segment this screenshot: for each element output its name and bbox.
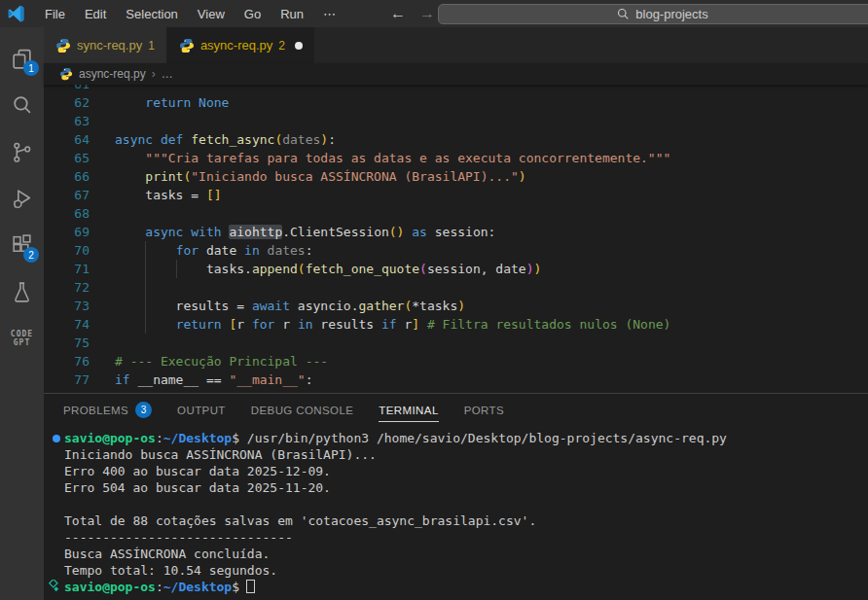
terminal-text: $ (232, 580, 239, 594)
activity-bar: 12CODEGPT (0, 27, 44, 600)
breadcrumb-file[interactable]: async-req.py (79, 67, 146, 81)
line-number: 61 (44, 85, 115, 93)
code-line: 61 (44, 85, 868, 93)
activity-item-extensions[interactable]: 2 (0, 222, 44, 268)
code-line-content: print("Iniciando busca ASSÍNCRONA (Brasi… (115, 167, 868, 186)
code-token: ) (534, 262, 542, 276)
tab-sync-req.py[interactable]: sync-req.py1 (44, 27, 167, 63)
activity-item-explorer[interactable]: 1 (0, 35, 44, 82)
code-token (115, 169, 145, 184)
command-center-search[interactable]: blog-projects (438, 4, 868, 24)
code-token: # Filtra resultados nulos (None) (427, 317, 670, 332)
code-editor[interactable]: 6162 return None6364async def fetch_asyn… (44, 85, 868, 393)
panel-tab-problems[interactable]: PROBLEMS3 (63, 394, 152, 426)
code-line-content (115, 204, 868, 223)
panel-tab-output[interactable]: OUTPUT (177, 394, 226, 426)
code-token: ) (320, 132, 328, 147)
nav-back-button[interactable]: ← (390, 6, 406, 21)
menu-item-file[interactable]: File (35, 0, 75, 27)
code-line-content: async with aiohttp.ClientSession() as se… (115, 223, 868, 241)
tab-modified-dot (295, 42, 303, 50)
menu-item-view[interactable]: View (188, 0, 235, 27)
code-token: return (145, 95, 191, 110)
code-token: tasks = (115, 188, 206, 202)
menu-bar: FileEditSelectionViewGoRun⋯ (35, 0, 345, 27)
activity-item-testing[interactable] (0, 268, 44, 315)
panel-tab-terminal[interactable]: TERMINAL (379, 394, 438, 426)
menu-item-go[interactable]: Go (235, 0, 271, 27)
code-token: for (176, 243, 199, 258)
line-number: 75 (44, 334, 115, 352)
code-token: "__main__" (229, 372, 305, 387)
code-token (115, 151, 145, 165)
code-line-content: tasks.append(fetch_one_quote(session, da… (115, 260, 868, 278)
command-success-icon[interactable] (53, 435, 60, 442)
code-line: 77if __name__ == "__main__": (44, 371, 868, 389)
code-token: session: (427, 225, 495, 239)
code-line: 66 print("Iniciando busca ASSÍNCRONA (Br… (44, 167, 868, 186)
vscode-logo-icon (6, 4, 25, 23)
nav-forward-button[interactable]: → (419, 6, 435, 21)
codegpt-icon: CODEGPT (11, 330, 33, 347)
breadcrumb-more[interactable]: … (162, 67, 173, 81)
line-number: 71 (44, 260, 115, 278)
activity-item-run-debug[interactable] (0, 175, 44, 222)
terminal-text: Tempo total: 10.54 segundos. (64, 563, 277, 578)
code-token: as (412, 225, 427, 239)
code-token: "Iniciando busca ASSÍNCRONA (BrasilAPI).… (191, 169, 519, 184)
line-number: 77 (44, 371, 115, 389)
activity-item-codegpt[interactable]: CODEGPT (0, 315, 44, 362)
terminal-text: Iniciando busca ASSÍNCRONA (BrasilAPI)..… (64, 447, 377, 462)
title-bar: FileEditSelectionViewGoRun⋯ ← → blog-pro… (0, 0, 868, 27)
code-token: if (115, 372, 130, 387)
activity-item-source-control[interactable] (0, 128, 44, 175)
main-area: sync-req.py1 async-req.py2 async-req.py … (44, 27, 868, 600)
code-line: 72 (44, 278, 868, 297)
menu-item-edit[interactable]: Edit (75, 0, 116, 27)
code-token: .ClientSession (282, 225, 389, 239)
menu-item-selection[interactable]: Selection (116, 0, 187, 27)
bottom-panel: PROBLEMS3OUTPUTDEBUG CONSOLETERMINALPORT… (44, 393, 868, 600)
code-token: ) (526, 262, 534, 276)
terminal[interactable]: savio@pop-os:~/Desktop$ /usr/bin/python3… (44, 426, 868, 595)
code-line-content: """Cria tarefas para todas as datas e as… (115, 149, 868, 167)
menu-item-run[interactable]: Run (271, 0, 313, 27)
code-token: fetch_one_quote (306, 262, 419, 276)
activity-item-search[interactable] (0, 82, 44, 128)
code-token: append (252, 262, 298, 276)
code-token: ( (419, 262, 427, 276)
python-icon (179, 38, 195, 53)
code-token (191, 95, 199, 110)
code-token: dates (282, 132, 320, 147)
activity-badge: 2 (23, 247, 39, 263)
panel-tab-ports[interactable]: PORTS (464, 394, 504, 426)
breadcrumb[interactable]: async-req.py › … (44, 63, 868, 85)
code-token: await (252, 299, 290, 313)
code-token: *tasks (412, 299, 457, 313)
code-line-content: for date in dates: (115, 241, 868, 260)
tab-async-req.py[interactable]: async-req.py2 (167, 27, 314, 63)
code-line: 63 (44, 112, 868, 130)
vscode-window: FileEditSelectionViewGoRun⋯ ← → blog-pro… (0, 0, 868, 600)
code-line-content: tasks = [] (115, 186, 868, 204)
line-number: 66 (44, 167, 115, 186)
terminal-text: savio@pop-os (64, 431, 156, 445)
line-number: 72 (44, 278, 115, 297)
magnifier-icon (617, 8, 630, 20)
code-token: gather (358, 299, 404, 313)
terminal-cursor[interactable] (246, 580, 255, 593)
code-token: ( (298, 262, 306, 276)
terminal-line: savio@pop-os:~/Desktop$ (64, 579, 868, 595)
terminal-text: ~/Desktop (163, 431, 232, 445)
menu-item-more[interactable]: ⋯ (313, 0, 345, 27)
code-token: ) (519, 169, 526, 184)
code-token (115, 225, 145, 239)
terminal-line: savio@pop-os:~/Desktop$ /usr/bin/python3… (64, 430, 868, 446)
code-token (260, 243, 268, 258)
panel-tab-debug-console[interactable]: DEBUG CONSOLE (251, 394, 354, 426)
code-line-content (115, 278, 868, 297)
tab-label: async-req.py (200, 38, 272, 53)
code-token: session, date (427, 262, 526, 276)
terminal-line: Erro 400 ao buscar data 2025-12-09. (64, 463, 868, 479)
code-token: None (199, 95, 229, 110)
